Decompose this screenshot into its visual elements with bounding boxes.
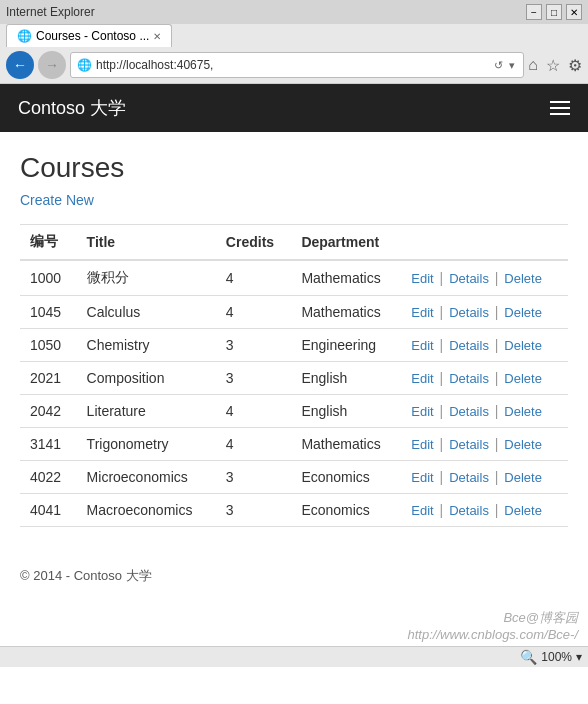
refresh-button[interactable]: ↺ xyxy=(492,59,505,72)
copyright-text: © 2014 - Contoso 大学 xyxy=(20,568,152,583)
back-button[interactable]: ← xyxy=(6,51,34,79)
details-link[interactable]: Details xyxy=(449,305,489,320)
separator: | xyxy=(436,469,447,485)
cell-credits: 4 xyxy=(216,296,292,329)
cell-title: Chemistry xyxy=(77,329,216,362)
cell-title: Calculus xyxy=(77,296,216,329)
cell-credits: 3 xyxy=(216,461,292,494)
tab-label: Courses - Contoso ... xyxy=(36,29,149,43)
edit-link[interactable]: Edit xyxy=(411,305,433,320)
edit-link[interactable]: Edit xyxy=(411,404,433,419)
delete-link[interactable]: Delete xyxy=(504,404,542,419)
col-header-title: Title xyxy=(77,225,216,261)
cell-actions: Edit | Details | Delete xyxy=(401,329,568,362)
cell-credits: 3 xyxy=(216,329,292,362)
edit-link[interactable]: Edit xyxy=(411,503,433,518)
table-row: 1045 Calculus 4 Mathematics Edit | Detai… xyxy=(20,296,568,329)
zoom-dropdown[interactable]: ▾ xyxy=(576,650,582,664)
separator: | xyxy=(491,270,502,286)
edit-link[interactable]: Edit xyxy=(411,437,433,452)
maximize-button[interactable]: □ xyxy=(546,4,562,20)
details-link[interactable]: Details xyxy=(449,271,489,286)
hamburger-line2 xyxy=(550,107,570,109)
tab-close-button[interactable]: ✕ xyxy=(153,31,161,42)
col-header-department: Department xyxy=(291,225,401,261)
details-link[interactable]: Details xyxy=(449,338,489,353)
separator: | xyxy=(436,270,447,286)
details-link[interactable]: Details xyxy=(449,437,489,452)
separator: | xyxy=(491,469,502,485)
nav-bar: ← → 🌐 http://localhost:40675, ↺ ▾ ⌂ ☆ ⚙ xyxy=(0,47,588,83)
details-link[interactable]: Details xyxy=(449,404,489,419)
cell-credits: 3 xyxy=(216,362,292,395)
cell-department: English xyxy=(291,362,401,395)
delete-link[interactable]: Delete xyxy=(504,503,542,518)
browser-chrome: Internet Explorer − □ ✕ 🌐 Courses - Cont… xyxy=(0,0,588,84)
hamburger-menu[interactable] xyxy=(550,101,570,115)
cell-department: Economics xyxy=(291,494,401,527)
delete-link[interactable]: Delete xyxy=(504,470,542,485)
cell-id: 1045 xyxy=(20,296,77,329)
watermark: Bce@博客园 http://www.cnblogs.com/Bce-/ xyxy=(0,605,588,646)
cell-id: 2021 xyxy=(20,362,77,395)
edit-link[interactable]: Edit xyxy=(411,470,433,485)
address-actions: ↺ ▾ xyxy=(492,59,517,72)
address-text[interactable]: http://localhost:40675, xyxy=(96,58,492,72)
settings-icon[interactable]: ⚙ xyxy=(568,56,582,75)
favorites-icon[interactable]: ☆ xyxy=(546,56,560,75)
separator: | xyxy=(491,436,502,452)
delete-link[interactable]: Delete xyxy=(504,338,542,353)
details-link[interactable]: Details xyxy=(449,503,489,518)
create-new-link[interactable]: Create New xyxy=(20,192,94,208)
separator: | xyxy=(436,304,447,320)
delete-link[interactable]: Delete xyxy=(504,437,542,452)
delete-link[interactable]: Delete xyxy=(504,271,542,286)
details-link[interactable]: Details xyxy=(449,371,489,386)
edit-link[interactable]: Edit xyxy=(411,371,433,386)
table-header-row: 编号 Title Credits Department xyxy=(20,225,568,261)
cell-department: Mathematics xyxy=(291,260,401,296)
cell-id: 3141 xyxy=(20,428,77,461)
address-bar-wrap: 🌐 http://localhost:40675, ↺ ▾ xyxy=(70,52,524,78)
cell-id: 4041 xyxy=(20,494,77,527)
cell-department: Mathematics xyxy=(291,296,401,329)
edit-link[interactable]: Edit xyxy=(411,338,433,353)
nav-toolbar: ⌂ ☆ ⚙ xyxy=(528,56,582,75)
forward-button[interactable]: → xyxy=(38,51,66,79)
details-link[interactable]: Details xyxy=(449,470,489,485)
separator: | xyxy=(491,337,502,353)
delete-link[interactable]: Delete xyxy=(504,371,542,386)
main-content: Courses Create New 编号 Title Credits Depa… xyxy=(0,132,588,547)
page-title: Courses xyxy=(20,152,568,184)
address-icon: 🌐 xyxy=(77,58,92,72)
zoom-icon: 🔍 xyxy=(520,649,537,665)
cell-actions: Edit | Details | Delete xyxy=(401,260,568,296)
separator: | xyxy=(491,370,502,386)
active-tab[interactable]: 🌐 Courses - Contoso ... ✕ xyxy=(6,24,172,47)
table-row: 4022 Microeconomics 3 Economics Edit | D… xyxy=(20,461,568,494)
nav-go-button[interactable]: ▾ xyxy=(507,59,517,72)
separator: | xyxy=(436,502,447,518)
delete-link[interactable]: Delete xyxy=(504,305,542,320)
separator: | xyxy=(436,337,447,353)
cell-actions: Edit | Details | Delete xyxy=(401,296,568,329)
separator: | xyxy=(491,403,502,419)
cell-credits: 4 xyxy=(216,428,292,461)
cell-credits: 4 xyxy=(216,395,292,428)
edit-link[interactable]: Edit xyxy=(411,271,433,286)
title-bar-buttons: − □ ✕ xyxy=(526,4,582,20)
title-bar: Internet Explorer − □ ✕ xyxy=(0,0,588,24)
cell-id: 4022 xyxy=(20,461,77,494)
cell-actions: Edit | Details | Delete xyxy=(401,428,568,461)
window-title: Internet Explorer xyxy=(6,5,95,19)
home-icon[interactable]: ⌂ xyxy=(528,56,538,74)
cell-title: Microeconomics xyxy=(77,461,216,494)
minimize-button[interactable]: − xyxy=(526,4,542,20)
hamburger-line3 xyxy=(550,113,570,115)
cell-credits: 4 xyxy=(216,260,292,296)
cell-title: 微积分 xyxy=(77,260,216,296)
cell-department: English xyxy=(291,395,401,428)
close-button[interactable]: ✕ xyxy=(566,4,582,20)
cell-actions: Edit | Details | Delete xyxy=(401,494,568,527)
cell-department: Mathematics xyxy=(291,428,401,461)
